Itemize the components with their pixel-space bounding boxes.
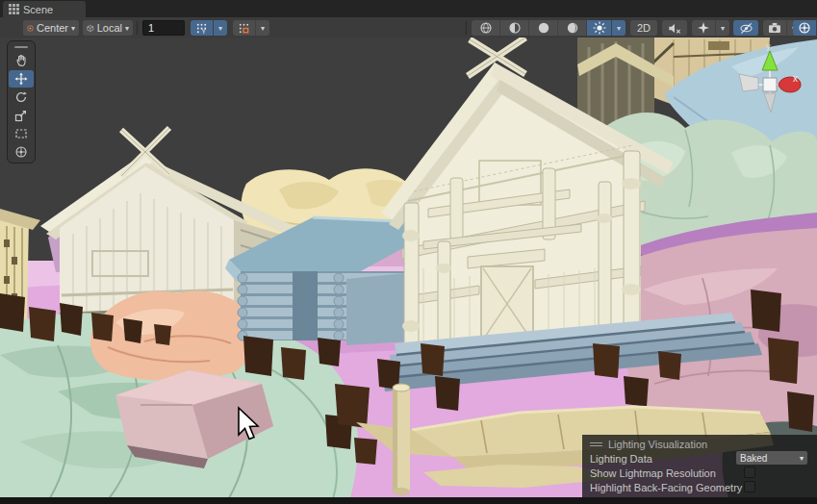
panel-drag-handle-icon[interactable] (590, 442, 602, 446)
audio-muted-icon (668, 22, 681, 35)
grid-size-field[interactable]: 1 (142, 20, 185, 36)
2d-label: 2D (637, 22, 651, 34)
effects-dropdown[interactable]: ▾ (716, 20, 729, 36)
snap-settings-icon (238, 22, 250, 35)
lighting-dropdown[interactable]: ▾ (612, 20, 626, 36)
highlight-backfacing-label: Highlight Back-Facing Geometry (590, 482, 742, 493)
orientation-label: Local (97, 22, 122, 34)
local-cube-icon (87, 23, 94, 34)
panel-title: Lighting Visualization (608, 439, 707, 450)
chevron-down-icon: ▾ (800, 454, 804, 463)
hand-icon (14, 54, 28, 67)
unity-scene-view: Scene Center ▾ Local ▾ 1 (0, 0, 817, 504)
viewport-bottom-edge (0, 497, 817, 504)
pivot-dropdown[interactable]: Center ▾ (23, 20, 79, 36)
tools-overlay (7, 40, 36, 164)
snap-settings-button[interactable] (233, 20, 256, 36)
tool-transform[interactable] (9, 143, 34, 161)
snap-settings-group: ▾ (233, 20, 269, 36)
gizmos-toggle-button[interactable] (793, 20, 817, 36)
wire-sphere-mode-icon (479, 21, 493, 35)
shadow-sphere-mode-icon (566, 21, 579, 35)
grid-icon (9, 4, 19, 14)
lighting-data-label: Lighting Data (590, 453, 652, 465)
lighting-data-value: Baked (740, 453, 767, 464)
move-icon (14, 72, 28, 86)
show-lightmap-resolution-label: Show Lightmap Resolution (590, 467, 716, 479)
rotate-icon (14, 90, 28, 104)
tab-scene[interactable]: Scene (3, 1, 86, 17)
lighting-sun-icon (593, 21, 606, 35)
transform-icon (14, 145, 28, 159)
tool-rect[interactable] (9, 125, 34, 142)
grid-axis-dropdown[interactable]: ▾ (214, 20, 227, 36)
scale-icon (14, 109, 28, 122)
tool-move[interactable] (9, 70, 34, 88)
gizmos-group: ▾ (793, 20, 817, 36)
scene-toolbar: Center ▾ Local ▾ 1 Y ▾ (0, 17, 817, 38)
chevron-down-icon: ▾ (71, 24, 75, 33)
rect-tool-icon (14, 127, 28, 140)
tab-bar: Scene (0, 0, 817, 17)
tool-scale[interactable] (9, 107, 34, 124)
effects-group: ▾ (692, 20, 729, 36)
grid-visibility-button[interactable]: Y (191, 20, 214, 36)
lighting-toggle-button[interactable] (587, 20, 612, 36)
2d-toggle-button[interactable]: 2D (630, 20, 657, 36)
gizmos-sphere-icon (798, 21, 811, 35)
grid-visibility-group: Y ▾ (191, 20, 227, 36)
half-sphere-mode-icon (508, 21, 522, 35)
orientation-dropdown[interactable]: Local ▾ (83, 20, 133, 36)
toolbar-separator (137, 21, 138, 35)
effects-star-icon (697, 21, 710, 35)
scene-visibility-eye-icon (739, 22, 753, 35)
snap-settings-dropdown[interactable]: ▾ (256, 20, 269, 36)
toolbar-separator (466, 21, 467, 35)
camera-settings-button[interactable] (763, 20, 787, 36)
gizmo-x-label: x (793, 73, 798, 84)
audio-toggle-button[interactable] (662, 20, 687, 36)
effects-toggle-button[interactable] (692, 20, 716, 36)
unlit-mode-button[interactable] (529, 20, 558, 36)
tool-rotate[interactable] (9, 88, 34, 106)
shadow-mode-button[interactable] (558, 20, 587, 36)
highlight-backfacing-checkbox[interactable] (744, 481, 755, 492)
grid-visibility-icon: Y (195, 22, 208, 35)
scene-visibility-button[interactable] (733, 20, 758, 36)
show-lightmap-resolution-checkbox[interactable] (744, 466, 755, 478)
chevron-down-icon: ▾ (125, 24, 129, 33)
svg-text:Y: Y (202, 28, 207, 35)
lighting-data-dropdown[interactable]: Baked ▾ (736, 451, 807, 465)
lighting-visualization-panel: Lighting Visualization Lighting Data Bak… (582, 435, 817, 497)
wireframe-mode-button[interactable] (472, 20, 500, 36)
gizmo-y-label: y (766, 41, 771, 51)
tools-drag-handle[interactable] (14, 46, 28, 48)
tool-hand[interactable] (9, 52, 34, 69)
shaded-wireframe-mode-button[interactable] (500, 20, 529, 36)
pivot-icon (27, 23, 34, 34)
tab-scene-label: Scene (23, 4, 53, 15)
camera-icon (768, 22, 781, 34)
cylinder-post[interactable] (393, 384, 410, 495)
draw-mode-group: ▾ (472, 20, 626, 36)
unlit-sphere-mode-icon (537, 21, 550, 35)
pivot-label: Center (37, 22, 68, 34)
